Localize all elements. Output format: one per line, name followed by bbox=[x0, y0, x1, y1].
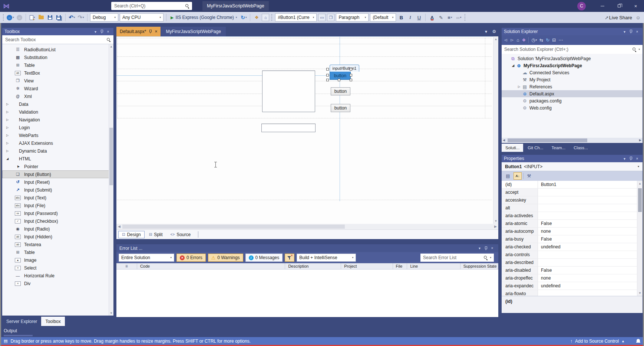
alignment-button[interactable]: ≡▾ bbox=[446, 14, 453, 21]
scrollbar-thumb[interactable] bbox=[122, 225, 345, 229]
view-tab[interactable]: <> Source bbox=[167, 231, 194, 238]
toolbox-search-input[interactable]: Search Toolbox bbox=[2, 35, 113, 44]
solution-config-dropdown[interactable]: Debug▾ bbox=[90, 13, 118, 22]
build-filter-dropdown[interactable]: Build + IntelliSense▾ bbox=[297, 254, 356, 262]
block-format-dropdown[interactable]: Paragraph▾ bbox=[336, 13, 369, 22]
design-textarea[interactable] bbox=[262, 71, 315, 112]
panel-tab[interactable]: Git Ch... bbox=[524, 144, 547, 152]
tree-item[interactable]: ◢ ⊕ MyFirsrJavaScriptWebPage bbox=[502, 62, 643, 69]
tree-item[interactable]: ⚙ Web.config bbox=[502, 104, 643, 111]
scroll-up-icon[interactable]: ▲ bbox=[495, 37, 498, 41]
properties-scrollbar[interactable]: ▲ ▼ bbox=[637, 181, 643, 296]
toolbox-item[interactable]: ◉ Input (Radio) bbox=[2, 225, 113, 233]
pin-button[interactable] bbox=[99, 29, 105, 35]
close-icon[interactable]: × bbox=[489, 245, 495, 251]
scrollbar-thumb[interactable] bbox=[109, 128, 113, 185]
solution-explorer-search-input[interactable]: Search Solution Explorer (Ctrl+;) ▾ bbox=[502, 45, 643, 54]
toolbox-item[interactable]: xx Input (Password) bbox=[2, 209, 113, 217]
toolbox-item[interactable]: ▷ Login bbox=[2, 124, 113, 131]
resize-handle[interactable] bbox=[350, 79, 352, 81]
column-header[interactable]: Project bbox=[341, 263, 393, 269]
warnings-filter-button[interactable]: ⚠ 0 Warnings bbox=[208, 254, 243, 262]
toolbox-item[interactable]: ab Textarea bbox=[2, 241, 113, 248]
toolbox-item[interactable]: ▲ Image bbox=[2, 256, 113, 264]
tree-item[interactable]: ▷ ▤ References bbox=[502, 83, 643, 90]
property-row[interactable]: (id) Button1 bbox=[502, 181, 637, 189]
property-row[interactable]: aria-checked undefined bbox=[502, 243, 637, 251]
panel-tab[interactable]: Soluti... bbox=[502, 144, 523, 152]
gear-icon[interactable]: ⚙ bbox=[490, 27, 498, 36]
tree-item[interactable]: ⊕ Default.aspx bbox=[502, 90, 643, 97]
toolbox-item[interactable]: ⊞ Table bbox=[2, 248, 113, 256]
font-dropdown[interactable]: (Default▾ bbox=[370, 13, 396, 22]
toolbox-item[interactable]: ❐ View bbox=[2, 77, 113, 85]
toolbox-item[interactable]: ◢ HTML bbox=[2, 155, 113, 163]
design-button-3[interactable]: button bbox=[331, 104, 350, 112]
tab-list-chevron-icon[interactable]: ▾ bbox=[482, 27, 490, 36]
chevron-down-icon[interactable]: ▾ bbox=[621, 156, 628, 161]
close-icon[interactable]: × bbox=[634, 29, 640, 35]
toolbox-item[interactable]: ☰ RadioButtonList bbox=[2, 46, 113, 53]
live-share-button[interactable]: ➚Live Share bbox=[605, 14, 632, 21]
property-row[interactable]: accesskey bbox=[502, 196, 637, 204]
expander-icon[interactable]: ▷ bbox=[516, 85, 522, 88]
property-row[interactable]: accept bbox=[502, 189, 637, 196]
save-button[interactable] bbox=[46, 14, 54, 21]
chevron-down-icon[interactable]: ▾ bbox=[621, 29, 628, 35]
scrollbar-thumb[interactable] bbox=[508, 138, 587, 142]
column-header[interactable]: Code bbox=[137, 263, 285, 269]
navigate-back-button[interactable]: ←▾ bbox=[7, 14, 14, 21]
browser-link-refresh-button[interactable]: ↻▾ bbox=[240, 14, 247, 21]
property-row[interactable]: aria-described bbox=[502, 259, 637, 267]
view-in-browser-button[interactable]: ⌂ bbox=[262, 14, 269, 21]
scroll-left-icon[interactable]: ◀ bbox=[503, 138, 505, 142]
column-header[interactable]: File bbox=[393, 263, 407, 269]
tree-item[interactable]: ⚙ packages.config bbox=[502, 97, 643, 104]
error-list-search-input[interactable]: Search Error List ▾ bbox=[420, 254, 494, 262]
toolbox-item[interactable]: ❏ Input (Button) bbox=[2, 170, 113, 178]
view-tab[interactable]: ⊟ Split bbox=[146, 231, 166, 238]
collapse-all-button[interactable]: ⊟ bbox=[552, 37, 556, 43]
categorized-button[interactable]: ▤ bbox=[504, 172, 512, 180]
more-options-button[interactable]: ⋯ bbox=[558, 37, 563, 43]
pin-icon[interactable] bbox=[149, 29, 152, 34]
view-tab[interactable]: ⊡ Design bbox=[118, 231, 145, 238]
switch-views-button[interactable]: ⇆ bbox=[539, 37, 543, 43]
scroll-right-icon[interactable]: ▶ bbox=[494, 225, 497, 228]
messages-filter-button[interactable]: i 0 Messages bbox=[245, 254, 283, 262]
toolbox-item[interactable]: ab TextBox bbox=[2, 69, 113, 77]
property-row[interactable]: aria-disabled False bbox=[502, 267, 637, 274]
output-tab[interactable]: Output bbox=[4, 328, 17, 333]
toolbox-item[interactable]: ➤ Pointer bbox=[2, 163, 113, 170]
error-scope-dropdown[interactable]: Entire Solution▾ bbox=[119, 254, 174, 262]
toolbox-scrollbar[interactable]: ▲ ▼ bbox=[109, 44, 113, 316]
close-icon[interactable]: × bbox=[155, 29, 157, 34]
toolbox-item[interactable]: @ Xml bbox=[2, 92, 113, 100]
design-button-2[interactable]: button bbox=[331, 87, 350, 95]
add-to-source-control-button[interactable]: Add to Source Control bbox=[575, 339, 619, 344]
redo-button[interactable]: ↷▾ bbox=[77, 14, 85, 21]
doc-tab-default-aspx[interactable]: Default.aspx* × bbox=[116, 27, 161, 36]
pin-button[interactable] bbox=[483, 245, 489, 251]
severity-column-icon[interactable]: ≣ bbox=[116, 263, 137, 269]
notifications-bell-icon[interactable] bbox=[636, 339, 640, 343]
italic-button[interactable]: I bbox=[406, 14, 414, 21]
toolbar-grip[interactable] bbox=[271, 14, 273, 21]
resize-handle[interactable] bbox=[326, 79, 329, 81]
pin-button[interactable] bbox=[628, 29, 634, 35]
resize-handle[interactable] bbox=[338, 79, 340, 81]
expander-icon[interactable]: ▷ bbox=[5, 126, 10, 129]
toolbox-item[interactable]: ≡ Select bbox=[2, 264, 113, 272]
send-feedback-button[interactable]: ☺ bbox=[634, 14, 642, 21]
expander-icon[interactable]: ▷ bbox=[5, 149, 10, 153]
design-surface[interactable]: input#Button1 button button button bbox=[116, 36, 493, 224]
refresh-button[interactable]: ↻ bbox=[546, 37, 549, 43]
editor-vertical-scrollbar[interactable]: ▲ ▼ bbox=[493, 36, 498, 224]
panel-tab[interactable]: Team... bbox=[548, 144, 569, 152]
editor-horizontal-scrollbar[interactable]: ◀ ▶ bbox=[116, 224, 498, 229]
scroll-left-icon[interactable]: ◀ bbox=[118, 225, 120, 228]
undo-button[interactable]: ↶▾ bbox=[68, 14, 76, 21]
resize-handle[interactable] bbox=[350, 74, 352, 76]
toolbox-item[interactable]: ▷ WebParts bbox=[2, 131, 113, 139]
toolbox-item[interactable]: ▷ AJAX Extensions bbox=[2, 139, 113, 147]
